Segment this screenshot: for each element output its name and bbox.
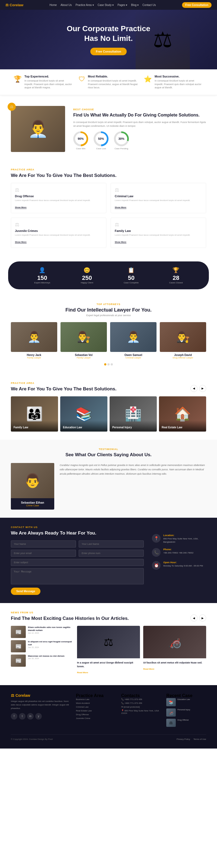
features-bar: 🏆 Top Experienced. In consequat tincidun…: [0, 69, 217, 95]
footer-drug-offense[interactable]: Drug Offense: [76, 713, 116, 716]
privacy-policy-link[interactable]: Privacy Policy: [177, 738, 190, 740]
email-input[interactable]: [11, 550, 76, 557]
lawyer-henry: 👨‍💼 Henry Jack Family Lawyer: [11, 322, 57, 359]
footer-juvenile-crime[interactable]: Juvenile Crime: [76, 717, 116, 719]
nav-cta-button[interactable]: Free Consultation: [182, 2, 212, 8]
terms-link[interactable]: Terms of Use: [193, 738, 206, 740]
lastname-input[interactable]: [79, 540, 144, 548]
lawyer-joseph: 👨‍⚖️ Joseph David Drug Offense Lawyer: [160, 322, 206, 359]
blog-main-img-2: 🦽: [143, 626, 206, 658]
footer-bottom-links: Privacy Policy Terms of Use: [177, 738, 206, 740]
person-info: Sebastian Ethan Crime Case: [11, 498, 54, 509]
practice-next-button[interactable]: ▶: [199, 385, 206, 392]
blog-mini-date-1: Jan 12, 2024: [28, 632, 74, 634]
lawyer-owen-photo: 👨‍💼: [110, 322, 157, 352]
quote-text: Curabitur magna incognito quis est in Pe…: [60, 463, 206, 476]
footer-copyright: © Copyright 2024. Corelaw Design By Pixe…: [11, 738, 53, 740]
family-law-icon: ⚖: [115, 222, 202, 227]
service-family-law: ⚖ Family Law Lorem impedit Praesent risu…: [111, 218, 206, 248]
nav-contact[interactable]: Contact Us: [142, 3, 156, 6]
feature-successive: ⭐ Most Successive. In consequat tincidun…: [141, 75, 206, 89]
about-image: ⚖ 👨‍💼: [11, 106, 65, 152]
read-more-1[interactable]: Read More: [77, 671, 88, 674]
carousel-dots: [11, 363, 206, 366]
message-textarea[interactable]: [11, 568, 144, 584]
contact-section-label: Contact With Us: [11, 526, 144, 529]
contact-location: 📍 Location: 850 Pine Way Suite New York,…: [152, 534, 206, 544]
footer-recent-edu-title: Education Law: [178, 698, 190, 706]
blog-mini-post-2: 📰 In aliquam est arcu eget feugiat conse…: [11, 640, 74, 652]
stat-win-label: Case Win: [73, 147, 88, 150]
facebook-icon[interactable]: f: [11, 713, 17, 719]
nav-case[interactable]: Case Study ▾: [98, 3, 114, 6]
footer-criminal-law[interactable]: Criminal Law: [76, 706, 116, 708]
blog-main-content-2: Ut faucibus sit amet metus elit vulputat…: [143, 658, 206, 674]
hours-label: Open Hour:: [163, 561, 203, 564]
blog-mini-title-1: Etiam sollicitudin odio non lorem sagitt…: [28, 626, 74, 632]
drug-offense-icon: ⚖: [15, 187, 102, 193]
blog-prev-button[interactable]: ◀: [190, 614, 197, 621]
youtube-icon[interactable]: y: [35, 713, 42, 719]
feature-reliable-title: Most Reliable.: [88, 75, 138, 78]
circle-win-icon: 90%: [73, 131, 88, 146]
about-section: ⚖ 👨‍💼 Best Choose Find Us What We Actual…: [0, 95, 217, 163]
practice-section-label: Practice Area: [11, 382, 116, 384]
hero-cta-button[interactable]: Free Consultation: [90, 48, 127, 55]
footer-work-accident[interactable]: Work Accident: [76, 702, 116, 704]
family-law-link[interactable]: Show More: [115, 241, 127, 244]
feature-experienced-text: In consequat tincidunt turpis sit amet i…: [24, 79, 73, 89]
dot-1[interactable]: [104, 363, 106, 366]
criminal-law-link[interactable]: Show More: [115, 206, 127, 209]
criminal-law-icon: ⚖: [115, 187, 202, 193]
footer-recent-personal-title: Personal Injury: [178, 708, 190, 717]
stat-case-win: 90% Case Win: [73, 131, 88, 150]
about-title: Find Us What We Actually Do For Giving C…: [73, 113, 206, 118]
lawyer-sebastian-photo: 👨‍⚖️: [60, 322, 107, 352]
practice-real-estate[interactable]: 🏠 Real Estate Law: [159, 396, 206, 432]
name-input[interactable]: [11, 540, 76, 548]
drug-offense-link[interactable]: Show More: [15, 206, 27, 209]
education-law-label: Education Law: [63, 426, 105, 429]
services-title: We Are For You To Give You The Best Solu…: [11, 173, 206, 179]
blog-grid: 📰 Etiam sollicitudin odio non lorem sagi…: [11, 626, 206, 677]
lawyers-grid: 👨‍💼 Henry Jack Family Lawyer 👨‍⚖️ Sebast…: [11, 322, 206, 359]
footer-business-law[interactable]: Business Law: [76, 698, 116, 701]
juvenile-crimes-link[interactable]: Show More: [15, 241, 27, 244]
testimonial-section: Testimonial See What Our Clients Saying …: [0, 440, 217, 518]
practice-personal-injury[interactable]: 🏥 Personal Injury: [110, 396, 157, 432]
criminal-law-text: Lorem impedit Praesent risus lacus conse…: [115, 199, 202, 202]
send-button[interactable]: Send Message: [11, 588, 40, 595]
contact-hours: ⏰ Open Hour: Monday To Saturday 9:00 AM …: [152, 561, 206, 570]
person-photo: 👨: [11, 463, 54, 498]
real-estate-label: Real Estate Law: [162, 426, 204, 429]
nav-practice[interactable]: Practice Area ▾: [75, 3, 93, 6]
read-more-2[interactable]: Read More: [143, 668, 154, 670]
dot-2[interactable]: [107, 363, 110, 366]
closed-label: Cases Closed: [169, 281, 183, 284]
nav-home[interactable]: Home: [50, 3, 57, 6]
stat-case-lost: 50% Case Lost: [93, 131, 109, 150]
footer: ⚖ Corelaw Integer augue elit phasellus m…: [0, 685, 217, 748]
blog-mini-date-2: Jan 15, 2024: [28, 646, 74, 648]
location-label: Location:: [163, 534, 206, 537]
practice-prev-button[interactable]: ◀: [190, 385, 197, 392]
dot-3[interactable]: [111, 363, 113, 366]
subject-input[interactable]: [11, 559, 144, 566]
nav-blog[interactable]: Blog ▾: [131, 3, 139, 6]
twitter-icon[interactable]: t: [19, 713, 26, 719]
lawyer-owen: 👨‍💼 Owen Samuel Criminal Lawyer: [110, 322, 157, 359]
nav-about[interactable]: About Us: [60, 3, 72, 6]
drug-offense-title: Drug Offense: [15, 194, 102, 198]
footer-real-estate[interactable]: Real Estate Law: [76, 710, 116, 712]
feature-experienced: 🏆 Top Experienced. In consequat tincidun…: [11, 75, 76, 89]
contact-form: Contact With Us We Are Always Ready To H…: [11, 526, 144, 595]
personal-injury-label: Personal Injury: [112, 426, 154, 429]
linkedin-icon[interactable]: in: [27, 713, 34, 719]
blog-next-button[interactable]: ▶: [199, 614, 206, 621]
location-value: 850 Pine Way Suite New York, USA, Bangla…: [163, 537, 206, 544]
practice-family-law[interactable]: 👨‍👩‍👧 Family Law: [11, 396, 58, 432]
nav-pages[interactable]: Pages ▾: [117, 3, 127, 6]
blog-mini-img-1: 📰: [11, 626, 26, 638]
phone-input[interactable]: [79, 550, 144, 557]
practice-education-law[interactable]: 📚 Education Law: [60, 396, 107, 432]
